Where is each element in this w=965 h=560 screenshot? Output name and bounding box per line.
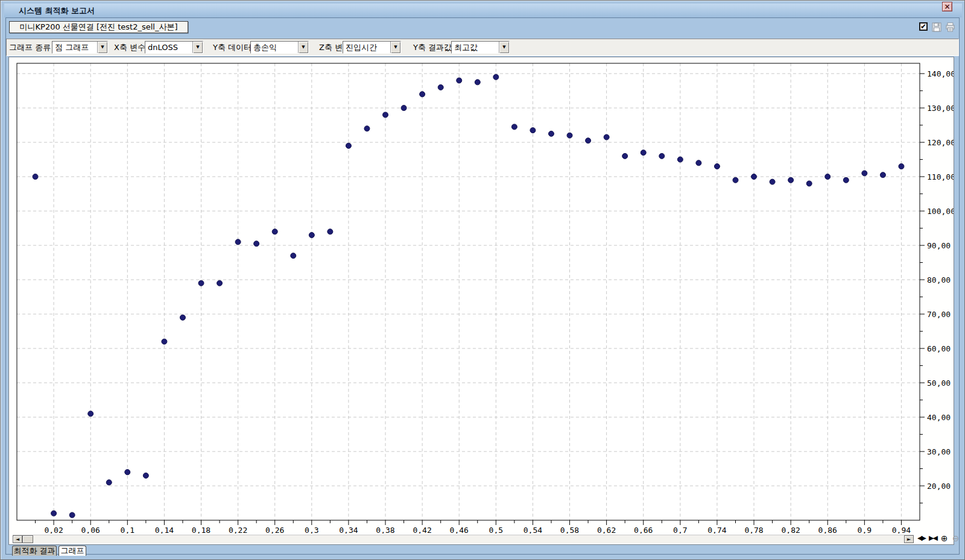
- svg-text:0,42: 0,42: [413, 526, 431, 533]
- svg-text:0,26: 0,26: [265, 526, 284, 533]
- scatter-plot: 0,020,060,10,140,180,220,260,30,340,380,…: [9, 57, 954, 533]
- svg-text:0,46: 0,46: [450, 526, 469, 533]
- graph-type-combobox[interactable]: 점 그래프 ▼: [52, 41, 108, 54]
- svg-text:20,00: 20,00: [927, 482, 951, 491]
- horizontal-scrollbar: ◄ ►: [13, 535, 914, 543]
- svg-text:0,14: 0,14: [155, 526, 174, 533]
- chevron-down-icon[interactable]: ▼: [499, 42, 509, 53]
- strategy-name-box: 미니KP200 선물연결 [전진 test2_sell_사본]: [9, 21, 188, 33]
- svg-text:30,00: 30,00: [927, 447, 951, 456]
- scrollbar-track[interactable]: [33, 535, 904, 543]
- scroll-right-icon[interactable]: ►: [904, 535, 914, 543]
- zoom-out-icon[interactable]: ⊖: [951, 533, 961, 543]
- svg-text:0,34: 0,34: [339, 526, 358, 533]
- svg-text:0,38: 0,38: [376, 526, 394, 533]
- y-result-value: 최고값: [452, 42, 499, 53]
- x-var-value: dnLOSS: [145, 42, 192, 53]
- svg-text:0,66: 0,66: [634, 526, 653, 533]
- x-var-label: X축 변수: [114, 39, 145, 55]
- svg-text:80,00: 80,00: [927, 275, 951, 285]
- svg-text:0,94: 0,94: [892, 526, 911, 533]
- svg-text:0,22: 0,22: [229, 526, 247, 533]
- svg-text:0,3: 0,3: [305, 526, 318, 533]
- chart-options-toolbar: 그래프 종류 점 그래프 ▼ X축 변수 dnLOSS ▼ Y축 데이터 총손익…: [6, 39, 959, 56]
- print-icon[interactable]: [945, 22, 955, 32]
- y-data-value: 총손익: [251, 42, 298, 53]
- svg-text:110,00: 110,00: [927, 172, 954, 181]
- chart-panel: 0,020,060,10,140,180,220,260,30,340,380,…: [8, 57, 954, 545]
- optimization-report-window: 시스템 최적화 보고서 × 미니KP200 선물연결 [전진 test2_sel…: [0, 0, 965, 560]
- collapse-horizontal-icon[interactable]: ▶◀: [928, 533, 938, 543]
- tab-graph[interactable]: 그래프: [59, 546, 86, 556]
- svg-text:0,7: 0,7: [673, 526, 687, 533]
- svg-text:0,18: 0,18: [192, 526, 210, 533]
- svg-text:120,00: 120,00: [927, 138, 954, 147]
- y-data-label: Y축 데이터: [213, 39, 252, 55]
- client-area: 미니KP200 선물연결 [전진 test2_sell_사본] ✔ 그래프 종류: [5, 17, 960, 555]
- z-var-value: 진입시간: [343, 42, 390, 53]
- close-icon[interactable]: ×: [942, 2, 952, 11]
- chevron-down-icon[interactable]: ▼: [192, 42, 203, 53]
- titlebar: 시스템 최적화 보고서: [4, 4, 962, 17]
- graph-type-label: 그래프 종류: [9, 39, 51, 55]
- svg-text:0,58: 0,58: [560, 526, 579, 533]
- svg-text:130,00: 130,00: [927, 104, 954, 113]
- expand-horizontal-icon[interactable]: ◀▶: [916, 533, 926, 543]
- svg-text:0,02: 0,02: [44, 526, 63, 533]
- chevron-down-icon[interactable]: ▼: [298, 42, 308, 53]
- svg-text:90,00: 90,00: [927, 241, 951, 250]
- svg-text:60,00: 60,00: [927, 344, 951, 353]
- svg-text:0,06: 0,06: [81, 526, 100, 533]
- chevron-down-icon[interactable]: ▼: [390, 42, 400, 53]
- svg-text:0,54: 0,54: [524, 526, 542, 533]
- graph-type-value: 점 그래프: [52, 42, 97, 53]
- chart-zoom-controls: ◀▶ ▶◀ ⊕ ⊖: [916, 533, 961, 543]
- svg-text:140,00: 140,00: [927, 69, 954, 78]
- window-title: 시스템 최적화 보고서: [19, 5, 95, 16]
- svg-text:0,5: 0,5: [489, 526, 503, 533]
- report-checkbox[interactable]: ✔: [919, 22, 928, 31]
- save-icon[interactable]: [932, 22, 942, 32]
- svg-text:0,62: 0,62: [597, 526, 616, 533]
- scroll-left-icon[interactable]: ◄: [13, 535, 22, 543]
- svg-text:0,78: 0,78: [744, 526, 763, 533]
- tab-optimization-results[interactable]: 최적화 결과: [12, 546, 57, 556]
- svg-text:40,00: 40,00: [927, 413, 951, 422]
- svg-text:0,9: 0,9: [858, 526, 872, 533]
- scrollbar-thumb[interactable]: [22, 535, 33, 543]
- y-result-combobox[interactable]: 최고값 ▼: [451, 41, 510, 54]
- svg-text:0,82: 0,82: [781, 526, 800, 533]
- y-result-label: Y축 결과값: [413, 39, 452, 55]
- svg-text:50,00: 50,00: [927, 379, 951, 388]
- svg-text:100,00: 100,00: [927, 207, 954, 216]
- svg-text:0,74: 0,74: [707, 526, 726, 533]
- y-data-combobox[interactable]: 총손익 ▼: [250, 41, 309, 54]
- x-var-combobox[interactable]: dnLOSS ▼: [145, 41, 203, 54]
- svg-text:70,00: 70,00: [927, 310, 951, 319]
- chevron-down-icon[interactable]: ▼: [97, 42, 107, 53]
- zoom-in-icon[interactable]: ⊕: [939, 533, 949, 543]
- svg-text:0,1: 0,1: [121, 526, 134, 533]
- svg-text:0,86: 0,86: [818, 526, 837, 533]
- z-var-combobox[interactable]: 진입시간 ▼: [343, 41, 401, 54]
